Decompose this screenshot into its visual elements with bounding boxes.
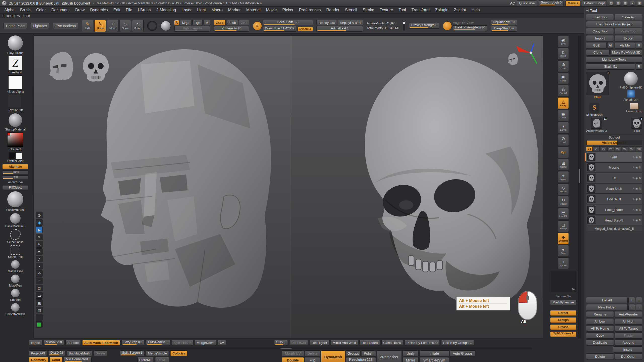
rgb-intensity-slider[interactable]: Rgb Intensity xyxy=(174,26,210,32)
sidebar-item-texture-off[interactable]: Texture Off xyxy=(8,95,23,112)
button-projectall[interactable]: ProjectAll xyxy=(29,350,47,356)
groups-button[interactable]: Groups xyxy=(550,317,576,323)
undo-icon[interactable]: ↶ xyxy=(36,270,43,277)
gravity-strength-slider[interactable]: Gravity Strength 0 xyxy=(409,23,439,29)
shelf-xyz-button[interactable]: Xyz xyxy=(558,147,569,158)
button-delete[interactable]: Delete xyxy=(586,353,614,360)
sidebar-item-startupmaterial[interactable]: StartupMaterial xyxy=(5,113,25,131)
sidebar-item-smoothvalleys[interactable]: SmoothValleys xyxy=(5,303,25,316)
menu-macro[interactable]: Macro xyxy=(209,7,225,14)
sidebar-item-smooth[interactable]: Smooth xyxy=(10,289,20,302)
menu-marker[interactable]: Marker xyxy=(225,7,244,14)
interface-add-icon[interactable]: + xyxy=(630,1,635,6)
replay-last-rel-button[interactable]: ReplayLastRel xyxy=(338,20,363,25)
canvas-vertical-scrollbar[interactable] xyxy=(578,36,581,338)
eye-icon[interactable]: ◉ xyxy=(635,176,638,180)
shelf-scroll-button[interactable]: ⇅Scroll xyxy=(558,48,569,60)
dynamesh-button[interactable]: DynaMesh xyxy=(321,350,345,362)
subtool-tab-v6[interactable]: V6 xyxy=(622,146,628,151)
groups-toggle-button[interactable]: Groups xyxy=(346,350,360,356)
menu-transform[interactable]: Transform xyxy=(409,7,432,14)
button-del-higher[interactable]: Del Higher xyxy=(310,340,329,345)
shelf-3dcon-button[interactable]: ◇3Dcon xyxy=(558,184,569,195)
subtool-scroll-down[interactable]: ↓ xyxy=(636,297,642,303)
subtool-row-muscle[interactable]: Muscle✎◉⇅ xyxy=(586,162,642,172)
picker-icon[interactable]: ⊙ xyxy=(36,212,43,218)
button-paste[interactable]: Paste xyxy=(615,332,642,339)
menu-dynamics[interactable]: Dynamics xyxy=(87,7,110,14)
menu-document[interactable]: Document xyxy=(49,7,72,14)
mode-scale-button[interactable]: ◇Scale xyxy=(119,20,131,32)
smart-resym-button[interactable]: Smart ReSym xyxy=(419,357,449,362)
eye-icon[interactable]: ◉ xyxy=(635,219,638,222)
shelf-l-sym-button[interactable]: ◑L.Sym xyxy=(558,122,569,133)
menu-stencil[interactable]: Stencil xyxy=(342,7,360,14)
resolution-slider[interactable]: Resolution 128 xyxy=(346,357,376,362)
image-icon[interactable]: ▣ xyxy=(36,299,43,306)
button-all-to-target[interactable]: All To Target xyxy=(615,325,642,332)
shelf-actual-button[interactable]: ▣Actual xyxy=(558,73,569,84)
button-uv[interactable]: Uv xyxy=(218,340,226,345)
lightbox-button[interactable]: LightBox xyxy=(31,23,49,29)
shelf-local-button[interactable]: ⊙Local xyxy=(558,134,569,146)
menu-tool[interactable]: Tool xyxy=(396,7,409,14)
field-of-view-slider[interactable]: Field of view(deg) 30 xyxy=(453,25,487,31)
menu-alpha[interactable]: Alpha xyxy=(2,7,17,14)
menu-zplugin[interactable]: Zplugin xyxy=(432,7,451,14)
z-intensity-slider[interactable]: Z Intensity 20 xyxy=(214,26,249,32)
button-copy[interactable]: Copy xyxy=(586,332,614,339)
brush-icon[interactable]: ✎ xyxy=(632,155,635,159)
menu-texture[interactable]: Texture xyxy=(377,7,396,14)
button-new-folder[interactable]: New Folder xyxy=(586,304,628,310)
subtool-tab-v4[interactable]: V4 xyxy=(607,146,614,151)
button-zadd[interactable]: Zadd xyxy=(214,20,226,25)
button-color[interactable]: Color xyxy=(50,357,62,362)
button-delete[interactable]: Delete xyxy=(94,350,107,356)
crease-button[interactable]: Crease xyxy=(550,324,576,330)
tool-thumb-alphabrush[interactable]: AlphaBrush xyxy=(623,90,638,101)
sidebar-item-brushalpha[interactable]: ~BrushAlpha xyxy=(7,75,24,94)
subtool-row-scan-skull[interactable]: Scan Skull✎◉⇅ xyxy=(586,184,642,194)
button-make-polymesh3d[interactable]: Make PolyMesh3D xyxy=(610,49,642,56)
button-autoreorder[interactable]: AutoReorder xyxy=(615,311,642,318)
paint-mode-a-badge[interactable]: A xyxy=(174,20,179,25)
subtool-row-edit-skull[interactable]: Edit Skull✎◉⇅ xyxy=(586,194,642,204)
adjust-last-slider[interactable]: AdjustLast 1 xyxy=(316,26,363,32)
button-rgb[interactable]: Rgb xyxy=(192,20,203,25)
button-r[interactable]: R xyxy=(636,42,642,49)
switch-color-widget[interactable]: SwitchColor xyxy=(7,152,23,163)
border-button[interactable]: Border xyxy=(550,310,576,316)
shelf-move-button[interactable]: +Move xyxy=(558,171,569,183)
pencil-icon[interactable]: ✎ xyxy=(36,241,43,248)
blur-slider[interactable]: Blur 0 xyxy=(2,170,28,174)
morph-uv-button[interactable]: Morph UV xyxy=(282,350,304,356)
eye-icon[interactable]: ◉ xyxy=(635,187,638,190)
subtool-tab-v2[interactable]: V2 xyxy=(593,146,600,151)
accucurve-label[interactable]: AccuCurve xyxy=(2,180,28,184)
button-lightbox-tools[interactable]: Lightbox►Tools xyxy=(586,56,642,63)
visible-count-slider[interactable]: Visible Count 14 xyxy=(586,140,642,145)
button-zsub[interactable]: Zsub xyxy=(227,20,238,25)
button-mergedown[interactable]: MergeDown xyxy=(195,340,216,345)
sidebar-item-maskpen[interactable]: MaskPen xyxy=(9,274,22,287)
subtool-tab-v3[interactable]: V3 xyxy=(600,146,607,151)
material-preview[interactable] xyxy=(161,21,171,31)
tool-thumb-skull-active[interactable]: 8 Skull xyxy=(586,72,609,101)
button-copy-tool[interactable]: Copy Tool xyxy=(586,28,614,34)
draw-size-knob-icon[interactable]: S xyxy=(253,21,262,30)
subtool-scroll-up[interactable]: ↑ xyxy=(628,297,635,303)
shelf-frame-button[interactable]: ⊞Frame xyxy=(558,159,569,170)
shelf-transp-button[interactable]: ◻Transp xyxy=(558,220,569,232)
panel-collapse-icon[interactable]: ◀ xyxy=(586,9,588,12)
interface-panels-icon[interactable]: ▦ xyxy=(623,1,628,6)
button-visible[interactable]: Visible xyxy=(615,42,635,49)
folder-collapse[interactable]: ← xyxy=(628,304,635,310)
brush-icon[interactable]: ✎ xyxy=(632,166,635,169)
button-list-all[interactable]: List All xyxy=(586,297,628,303)
button-split-screen-1[interactable]: Split Screen 1 xyxy=(120,350,144,356)
menu-j-modeling[interactable]: J-Modeling xyxy=(153,7,179,14)
button-sdiv-1[interactable]: SDiv 1 xyxy=(274,340,288,345)
shelf-solo-button[interactable]: ●Solo xyxy=(558,245,569,257)
button-all-low[interactable]: All Low xyxy=(586,318,614,325)
gradient-picker[interactable] xyxy=(7,132,23,147)
